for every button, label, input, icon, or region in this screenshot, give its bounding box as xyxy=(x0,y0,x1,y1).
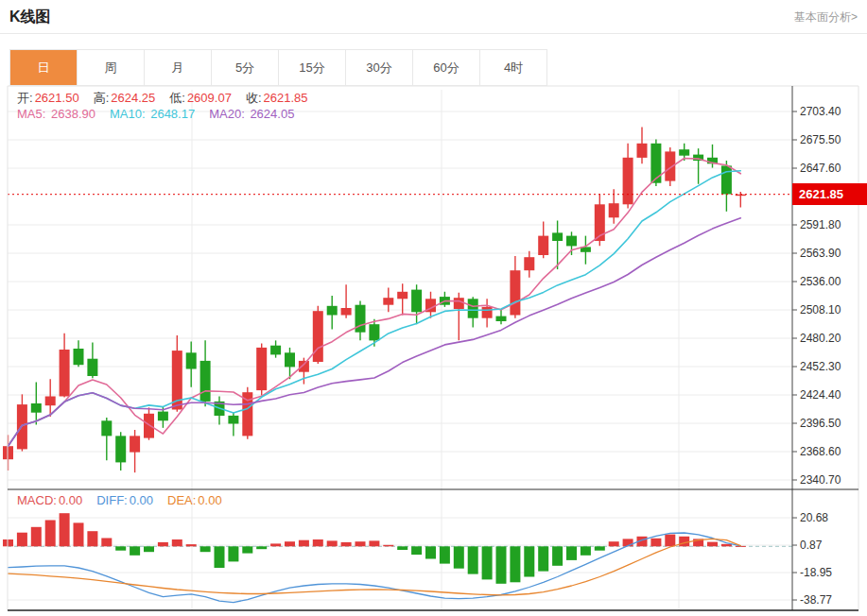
macd-histogram xyxy=(3,513,746,584)
close-value: 收:2621.85 xyxy=(246,90,308,107)
tab-day[interactable]: 日 xyxy=(10,50,78,85)
ma10-value: MA10: 2648.17 xyxy=(110,107,195,121)
svg-text:2424.40: 2424.40 xyxy=(800,388,841,402)
macd-value: MACD:0.00 xyxy=(17,493,82,507)
ohlc-legend: 开:2621.50 高:2624.25 低:2609.07 收:2621.85 xyxy=(17,90,308,107)
svg-text:2480.20: 2480.20 xyxy=(800,332,841,345)
timeframe-tabs: 日周月5分15分30分60分4时 xyxy=(9,49,547,86)
tab-m15[interactable]: 15分 xyxy=(279,50,346,85)
ma5-value: MA5: 2638.90 xyxy=(17,107,95,121)
svg-text:2703.40: 2703.40 xyxy=(800,105,841,118)
svg-text:-18.95: -18.95 xyxy=(800,566,832,579)
svg-text:2647.60: 2647.60 xyxy=(800,162,841,175)
current-price-badge: 2621.85 xyxy=(792,183,867,205)
macd-pane xyxy=(3,513,792,602)
diff-value: DIFF:0.00 xyxy=(96,493,153,507)
tab-week[interactable]: 周 xyxy=(78,50,145,85)
svg-text:2536.00: 2536.00 xyxy=(800,275,841,288)
tab-m60[interactable]: 60分 xyxy=(413,50,480,85)
low-value: 低:2609.07 xyxy=(169,90,232,107)
svg-text:2340.70: 2340.70 xyxy=(800,473,841,487)
tab-month[interactable]: 月 xyxy=(145,50,212,85)
dea-value: DEA:0.00 xyxy=(167,493,222,507)
tab-m5[interactable]: 5分 xyxy=(212,50,279,85)
high-value: 高:2624.25 xyxy=(94,90,156,107)
svg-text:20.68: 20.68 xyxy=(800,511,828,524)
svg-text:2368.60: 2368.60 xyxy=(800,445,841,458)
svg-text:2508.10: 2508.10 xyxy=(800,303,841,317)
y-axis-labels: 2703.402675.502647.602591.802563.902536.… xyxy=(792,105,841,607)
svg-text:2563.90: 2563.90 xyxy=(800,247,841,260)
svg-text:0.87: 0.87 xyxy=(800,539,823,552)
svg-text:2675.50: 2675.50 xyxy=(800,133,841,146)
open-value: 开:2621.50 xyxy=(17,90,79,107)
svg-text:-38.77: -38.77 xyxy=(800,593,832,607)
svg-text:2452.30: 2452.30 xyxy=(800,360,841,373)
chart-borders xyxy=(8,86,858,610)
svg-text:2396.50: 2396.50 xyxy=(800,417,841,430)
price-pane xyxy=(3,128,792,473)
tab-m30[interactable]: 30分 xyxy=(346,50,413,85)
ma20-value: MA20: 2624.05 xyxy=(209,107,294,121)
tab-h4[interactable]: 4时 xyxy=(480,50,546,85)
svg-text:2591.80: 2591.80 xyxy=(800,218,841,231)
macd-legend: MACD:0.00 DIFF:0.00 DEA:0.00 xyxy=(17,493,222,507)
ma-legend: MA5: 2638.90 MA10: 2648.17 MA20: 2624.05 xyxy=(17,107,294,121)
candlestick-series xyxy=(3,128,746,473)
